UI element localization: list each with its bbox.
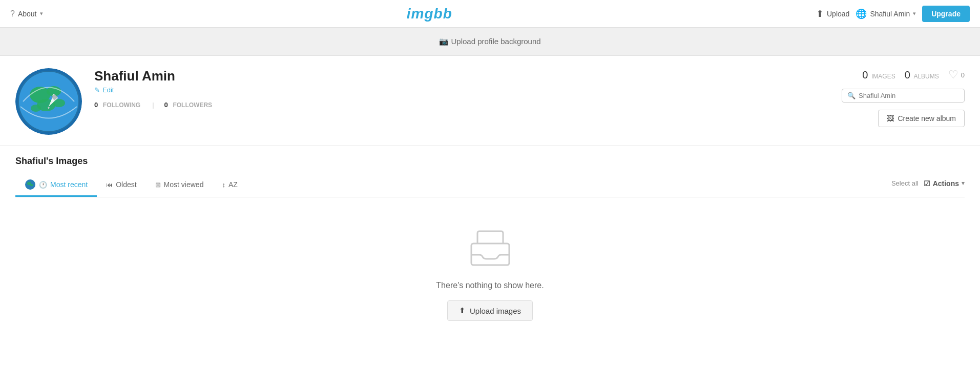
empty-state: There's nothing to show here. ⬆ Upload i… <box>15 197 965 341</box>
logo[interactable]: imgbb <box>407 6 452 22</box>
upload-cloud-icon: ⬆ <box>816 8 824 19</box>
tabs-left: 🕐 Most recent ⏮ Oldest ⊞ Most viewed ↕ A… <box>15 174 247 197</box>
svg-point-12 <box>30 184 33 186</box>
upload-icon: ⬆ <box>459 306 466 315</box>
images-section: Shafiul's Images 🕐 Most recent ⏮ Oldest <box>0 146 980 352</box>
tab-most-recent[interactable]: 🕐 Most recent <box>15 174 97 197</box>
profile-section: Shafiul Amin ✎ Edit 0 FOLLOWING | 0 FOLL… <box>0 56 980 146</box>
search-icon: 🔍 <box>847 92 856 99</box>
upgrade-button[interactable]: Upgrade <box>922 6 970 22</box>
top-nav: ? About ▾ imgbb ⬆ Upload 🌐 Shafiul Amin … <box>0 0 980 28</box>
actions-chevron-icon: ▾ <box>962 180 965 187</box>
profile-counts: 0 IMAGES 0 ALBUMS ♡ 0 <box>862 68 965 82</box>
about-menu[interactable]: ? About ▾ <box>10 9 43 18</box>
section-title: Shafiul's Images <box>15 156 965 167</box>
clock-icon: 🕐 <box>39 181 47 189</box>
profile-info: Shafiul Amin ✎ Edit 0 FOLLOWING | 0 FOLL… <box>94 68 214 109</box>
camera-icon: 📷 <box>439 37 449 46</box>
svg-point-8 <box>31 105 41 112</box>
empty-state-icon <box>467 228 513 271</box>
oldest-icon: ⏮ <box>106 181 113 189</box>
profile-name: Shafiul Amin <box>94 68 214 84</box>
select-all-label[interactable]: Select all <box>891 179 919 187</box>
user-menu[interactable]: 🌐 Shafiul Amin ▾ <box>856 8 916 19</box>
followers-stat[interactable]: 0 FOLLOWERS <box>164 101 214 109</box>
empty-state-text: There's nothing to show here. <box>436 281 544 290</box>
upload-button[interactable]: ⬆ Upload <box>816 8 849 19</box>
tab-oldest[interactable]: ⏮ Oldest <box>97 175 145 195</box>
tabs-row: 🕐 Most recent ⏮ Oldest ⊞ Most viewed ↕ A… <box>15 174 965 197</box>
images-count: 0 IMAGES <box>862 69 895 81</box>
grid-icon: ⊞ <box>155 181 161 189</box>
user-globe-icon: 🌐 <box>856 8 867 19</box>
tab-most-viewed[interactable]: ⊞ Most viewed <box>146 175 213 195</box>
profile-stats: 0 FOLLOWING | 0 FOLLOWERS <box>94 101 214 109</box>
nav-right: ⬆ Upload 🌐 Shafiul Amin ▾ Upgrade <box>816 6 970 22</box>
edit-icon: ✎ <box>94 86 100 94</box>
about-label: About <box>18 10 37 18</box>
tabs-right: Select all ☑ Actions ▾ <box>891 179 965 192</box>
albums-count: 0 ALBUMS <box>905 69 939 81</box>
search-input[interactable] <box>859 92 959 99</box>
actions-button[interactable]: ☑ Actions ▾ <box>924 179 965 188</box>
upload-images-button[interactable]: ⬆ Upload images <box>447 300 533 321</box>
tab-az[interactable]: ↕ AZ <box>213 175 246 195</box>
user-chevron-icon: ▾ <box>913 10 916 17</box>
heart-icon: ♡ <box>948 68 958 82</box>
checkbox-icon: ☑ <box>924 179 930 188</box>
az-icon: ↕ <box>222 181 225 189</box>
create-new-album-button[interactable]: 🖼 Create new album <box>878 110 965 127</box>
globe-tab-icon <box>25 179 36 190</box>
following-stat[interactable]: 0 FOLLOWING <box>94 101 142 109</box>
upload-profile-background-banner[interactable]: 📷 Upload profile background <box>0 28 980 56</box>
about-chevron-icon: ▾ <box>40 10 43 17</box>
edit-profile-button[interactable]: ✎ Edit <box>94 86 214 94</box>
profile-right-panel: 0 IMAGES 0 ALBUMS ♡ 0 🔍 🖼 Create new alb… <box>842 68 965 127</box>
likes-count: ♡ 0 <box>948 68 965 82</box>
avatar <box>15 68 82 135</box>
album-icon: 🖼 <box>887 114 894 123</box>
question-icon: ? <box>10 9 15 18</box>
search-box[interactable]: 🔍 <box>842 89 965 103</box>
